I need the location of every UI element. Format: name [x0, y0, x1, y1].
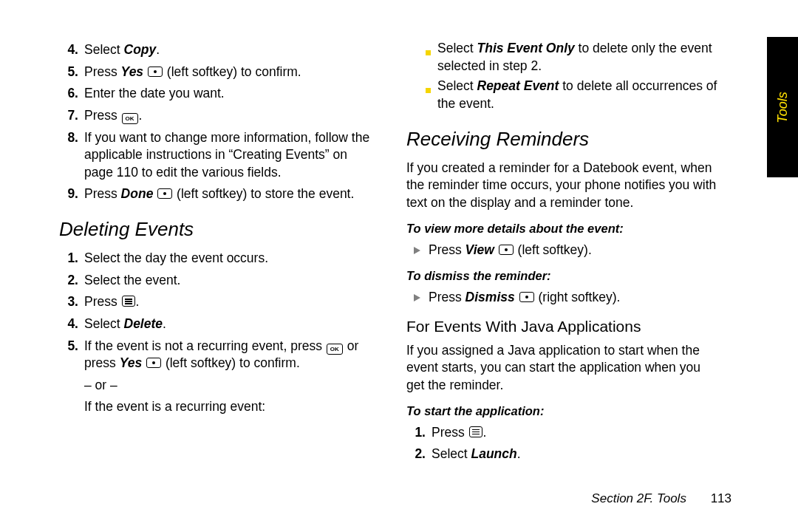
softkey-icon — [519, 292, 534, 302]
list-item: 2. Select Launch. — [406, 446, 720, 463]
emphasis-text: Done — [121, 186, 154, 201]
emphasis-text: This Event Only — [477, 41, 575, 55]
page-footer: Section 2F. Tools 113 — [591, 491, 732, 506]
recur-line: If the event is a recurring event: — [59, 398, 373, 416]
step-body: Press Yes (left softkey) to confirm. — [84, 64, 373, 81]
footer-section: Section 2F. Tools — [591, 491, 686, 505]
square-bullet-icon — [426, 88, 431, 93]
menu-icon — [469, 426, 482, 437]
menu-icon — [122, 296, 135, 307]
softkey-icon — [499, 245, 514, 255]
step-body: Press . — [84, 293, 373, 311]
softkey-icon — [146, 358, 161, 368]
arrow-icon — [414, 294, 420, 301]
list-item: Select This Event Only to delete only th… — [426, 40, 720, 75]
bullet-body: Select Repeat Event to delete all occurr… — [437, 78, 720, 112]
step-number: 5. — [59, 64, 84, 81]
emphasis-text: View — [466, 242, 494, 257]
list-item: 1. Press . — [406, 424, 720, 442]
softkey-icon — [157, 188, 172, 199]
or-line: – or – — [59, 377, 373, 395]
step-number: 2. — [59, 272, 84, 290]
right-column: Select This Event Only to delete only th… — [406, 37, 720, 468]
list-item: 4. Select Delete. — [59, 316, 373, 333]
list-item: 8. If you want to change more informatio… — [59, 129, 373, 182]
step-body: Select Copy. — [84, 41, 373, 59]
step-number: 4. — [59, 41, 84, 59]
bullet-body: Select This Event Only to delete only th… — [437, 40, 720, 75]
emphasis-text: Copy — [124, 42, 157, 57]
step-body: Select Delete. — [84, 316, 373, 333]
sub-view-details: To view more details about the event: — [406, 220, 720, 236]
list-item: 7. Press OK. — [59, 107, 373, 125]
step-body: Press . — [432, 424, 720, 442]
step-body: Press OK. — [84, 107, 373, 125]
list-item: 9. Press Done (left softkey) to store th… — [59, 185, 373, 203]
square-bullet-icon — [426, 50, 431, 55]
paragraph: If you created a reminder for a Datebook… — [406, 160, 720, 212]
emphasis-text: Yes — [121, 64, 144, 79]
step-body: If you want to change more information, … — [84, 129, 373, 182]
step-number: 3. — [59, 293, 84, 311]
step-number: 8. — [59, 129, 84, 182]
list-item: 5. If the event is not a recurring event… — [59, 338, 373, 372]
heading-receiving-reminders: Receiving Reminders — [406, 126, 720, 152]
step-body: Enter the date you want. — [84, 85, 373, 103]
ok-icon: OK — [122, 113, 138, 124]
list-item: 3. Press . — [59, 293, 373, 311]
step-number: 5. — [59, 338, 84, 372]
sub-start-app: To start the application: — [406, 403, 720, 419]
softkey-icon — [148, 66, 163, 77]
arrow-item: Press View (left softkey). — [414, 242, 720, 259]
step-number: 7. — [59, 107, 84, 125]
list-item: 6. Enter the date you want. — [59, 85, 373, 103]
arrow-icon — [414, 247, 420, 254]
step-body: Select the day the event occurs. — [84, 250, 373, 267]
step-number: 4. — [59, 316, 84, 333]
left-column: 4. Select Copy. 5. Press Yes (left softk… — [59, 37, 373, 468]
ok-icon: OK — [327, 344, 343, 355]
step-number: 1. — [59, 250, 84, 267]
list-item: 4. Select Copy. — [59, 41, 373, 59]
list-item: 2. Select the event. — [59, 272, 373, 290]
step-body: If the event is not a recurring event, p… — [84, 338, 373, 372]
side-tab-label: Tools — [775, 92, 791, 123]
sub-dismiss: To dismiss the reminder: — [406, 267, 720, 284]
step-body: Select Launch. — [432, 446, 720, 463]
arrow-item: Press Dismiss (right softkey). — [414, 289, 720, 307]
list-item: Select Repeat Event to delete all occurr… — [426, 78, 720, 112]
list-item: 1. Select the day the event occurs. — [59, 250, 373, 267]
emphasis-text: Repeat Event — [477, 78, 559, 93]
side-tab-tools: Tools — [767, 37, 798, 177]
page: 4. Select Copy. 5. Press Yes (left softk… — [0, 0, 798, 532]
step-number: 9. — [59, 185, 84, 203]
step-body: Press Done (left softkey) to store the e… — [84, 185, 373, 203]
emphasis-text: Delete — [124, 316, 163, 331]
heading-deleting-events: Deleting Events — [59, 216, 373, 242]
emphasis-text: Launch — [471, 446, 517, 461]
paragraph: If you assigned a Java application to st… — [406, 342, 720, 395]
step-number: 1. — [406, 424, 432, 442]
emphasis-text: Yes — [120, 355, 143, 370]
step-number: 2. — [406, 446, 432, 463]
page-number: 113 — [711, 491, 732, 505]
list-item: 5. Press Yes (left softkey) to confirm. — [59, 64, 373, 81]
step-number: 6. — [59, 85, 84, 103]
heading-java-apps: For Events With Java Applications — [406, 316, 720, 337]
step-body: Select the event. — [84, 272, 373, 290]
emphasis-text: Dismiss — [466, 290, 515, 304]
